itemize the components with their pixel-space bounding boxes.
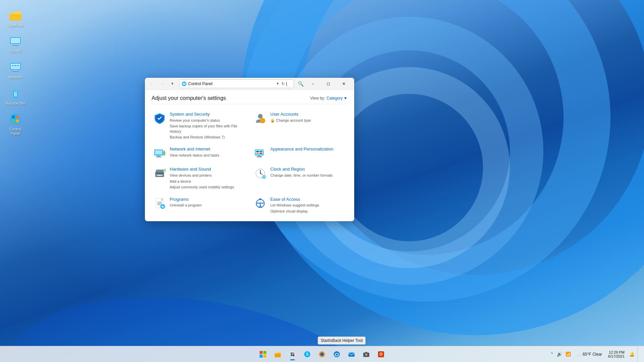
network-internet-text: Network and Internet View network status… <box>170 146 219 158</box>
tray-network-icon[interactable]: 🔊 <box>555 350 564 358</box>
svg-rect-41 <box>256 153 259 154</box>
skinpack-label: SkinPack <box>8 23 23 28</box>
minimize-button[interactable]: − <box>305 78 321 90</box>
user-accounts-sub1[interactable]: 🔒 Change account type <box>270 118 311 123</box>
maximize-button[interactable]: ◻ <box>321 78 336 90</box>
appearance-name[interactable]: Appearance and Personalization <box>270 146 333 152</box>
svg-rect-62 <box>157 204 161 205</box>
network-internet-sub1[interactable]: View network status and tasks <box>170 153 219 158</box>
skype-button[interactable]: S <box>301 348 314 361</box>
svg-rect-60 <box>157 202 162 202</box>
hardware-sound-sub2[interactable]: Add a device <box>170 179 234 184</box>
hardware-sound-name[interactable]: Hardware and Sound <box>170 167 234 172</box>
address-bar-icon <box>181 81 187 86</box>
category-system-security[interactable]: System and Security Review your computer… <box>152 110 247 142</box>
category-hardware-sound[interactable]: Hardware and Sound View devices and prin… <box>152 165 247 192</box>
this-pc-icon <box>9 35 22 48</box>
svg-point-20 <box>12 115 15 119</box>
clock-region-sub1[interactable]: Change date, time, or number formats <box>270 173 333 178</box>
address-dropdown-button[interactable]: ▼ <box>275 81 280 86</box>
system-security-sub2[interactable]: Save backup copies of your files with Fi… <box>170 124 246 134</box>
ease-of-access-name[interactable]: Ease of Access <box>270 197 319 202</box>
view-by-value[interactable]: Category ▼ <box>326 96 347 101</box>
recent-pages-button[interactable]: ▼ <box>168 79 177 88</box>
desktop-icon-recycle-bin[interactable]: Recycle Bin <box>3 84 28 108</box>
hardware-sound-sub3[interactable]: Adjust commonly used mobility settings <box>170 185 234 190</box>
categories-grid: System and Security Review your computer… <box>152 110 347 216</box>
refresh-button[interactable]: ↻ <box>281 81 285 87</box>
clock-time: 12:29 PM <box>608 350 625 354</box>
tray-volume-icon[interactable]: 📶 <box>564 350 572 358</box>
svg-rect-1 <box>9 14 21 21</box>
address-bar[interactable]: Control Panel ▼ ↻ | <box>179 79 294 88</box>
edge-button[interactable] <box>330 348 343 361</box>
system-security-sub1[interactable]: Review your computer's status <box>170 118 246 123</box>
search-button[interactable]: 🔍 <box>296 79 305 88</box>
titlebar-navigation: ← → ▼ Control Panel ▼ ↻ | <box>148 79 305 88</box>
taskbar: S <box>0 346 644 362</box>
clock-date: 6/17/2021 <box>608 354 625 358</box>
system-security-name[interactable]: System and Security <box>170 112 246 117</box>
tray-chevron[interactable]: ⌃ <box>549 351 555 358</box>
svg-rect-8 <box>13 70 17 71</box>
system-security-sub3[interactable]: Backup and Restore (Windows 7) <box>170 135 246 140</box>
control-panel-desktop-label: Control Panel <box>5 127 26 136</box>
camera-button[interactable] <box>360 348 373 361</box>
svg-point-23 <box>16 119 19 123</box>
file-explorer-button[interactable] <box>271 348 284 361</box>
svg-rect-48 <box>157 175 162 176</box>
programs-sub1[interactable]: Uninstall a program <box>170 203 202 208</box>
programs-name[interactable]: Programs <box>170 197 202 202</box>
desktop-icon-area: SkinPack This PC <box>0 3 31 141</box>
mail-button[interactable] <box>345 348 358 361</box>
start-button[interactable] <box>256 348 270 361</box>
notification-icon[interactable]: 🔔 <box>628 350 636 358</box>
close-button[interactable]: ✕ <box>336 78 352 90</box>
category-programs[interactable]: Programs Uninstall a program <box>152 195 247 216</box>
office-button[interactable]: O <box>374 348 388 361</box>
category-clock-region[interactable]: Clock and Region Change date, time, or n… <box>252 165 347 192</box>
ease-of-access-sub2[interactable]: Optimize visual display <box>270 209 319 214</box>
desktop-icon-skinpack[interactable]: SkinPack <box>3 7 28 30</box>
network-internet-name[interactable]: Network and Internet <box>170 146 219 152</box>
taskbar-clock[interactable]: 12:29 PM 6/17/2021 <box>606 349 627 360</box>
show-desktop-button[interactable] <box>637 346 640 362</box>
weather-widget[interactable]: ☁️ 65°F Clear <box>574 351 605 358</box>
clock-region-name[interactable]: Clock and Region <box>270 167 333 172</box>
svg-point-21 <box>16 115 19 119</box>
desktop-icon-this-pc[interactable]: This PC <box>3 33 28 56</box>
svg-rect-40 <box>260 151 262 152</box>
content-header: Adjust your computer's settings View by:… <box>152 95 347 104</box>
desktop-icon-control-panel[interactable]: Control Panel <box>3 110 28 138</box>
svg-rect-46 <box>156 170 163 172</box>
hardware-sound-sub1[interactable]: View devices and printers <box>170 173 234 178</box>
svg-text:🔒: 🔒 <box>261 119 264 123</box>
weather-icon: ☁️ <box>576 352 581 357</box>
svg-point-80 <box>290 354 292 356</box>
forward-button[interactable]: → <box>158 79 167 88</box>
svg-rect-61 <box>157 203 162 204</box>
user-accounts-icon: 🔒 <box>254 112 267 125</box>
svg-point-81 <box>292 354 294 356</box>
user-accounts-name[interactable]: User Accounts <box>270 112 311 117</box>
svg-rect-27 <box>183 84 185 85</box>
control-panel-taskbar-button[interactable] <box>286 348 299 361</box>
window-titlebar: ← → ▼ Control Panel ▼ ↻ | <box>145 78 354 90</box>
ease-of-access-sub1[interactable]: Let Windows suggest settings <box>270 203 319 208</box>
svg-rect-15 <box>14 89 17 90</box>
category-user-accounts[interactable]: 🔒 User Accounts 🔒 Change account type <box>252 110 347 142</box>
desktop-icon-network[interactable]: Network <box>3 58 28 81</box>
svg-point-54 <box>260 173 261 174</box>
system-tray: ⌃ 🔊 📶 <box>549 350 572 358</box>
category-appearance[interactable]: Appearance and Personalization <box>252 144 347 162</box>
firefox-button[interactable] <box>315 348 329 361</box>
category-network-internet[interactable]: Network and Internet View network status… <box>152 144 247 162</box>
back-button[interactable]: ← <box>148 79 157 88</box>
this-pc-label: This PC <box>9 49 22 54</box>
taskbar-tooltip: StartIsBack Helper Tool <box>318 337 366 345</box>
network-label: Network <box>9 75 22 79</box>
category-ease-of-access[interactable]: Ease of Access Let Windows suggest setti… <box>252 195 347 216</box>
programs-icon <box>153 197 166 210</box>
control-panel-window: ← → ▼ Control Panel ▼ ↻ | <box>145 78 354 221</box>
svg-rect-87 <box>348 353 355 357</box>
